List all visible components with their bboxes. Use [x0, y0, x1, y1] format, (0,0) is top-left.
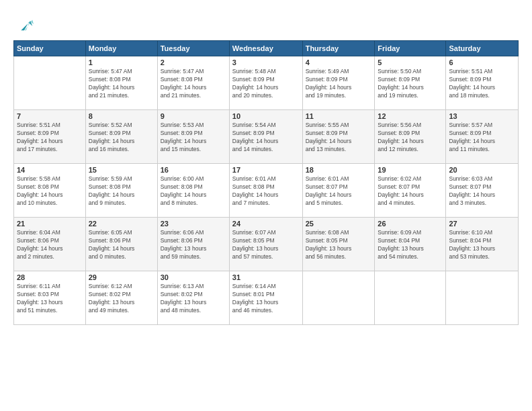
calendar-cell: 9Sunrise: 5:53 AM Sunset: 8:09 PM Daylig… [157, 110, 229, 164]
day-info: Sunrise: 6:09 AM Sunset: 8:04 PM Dayligh… [378, 229, 443, 261]
calendar-cell: 28Sunrise: 6:11 AM Sunset: 8:03 PM Dayli… [14, 271, 86, 325]
header [13, 12, 519, 34]
day-info: Sunrise: 5:47 AM Sunset: 8:08 PM Dayligh… [161, 68, 226, 100]
week-row-4: 21Sunrise: 6:04 AM Sunset: 8:06 PM Dayli… [14, 218, 519, 271]
day-info: Sunrise: 5:51 AM Sunset: 8:09 PM Dayligh… [449, 68, 515, 100]
day-info: Sunrise: 6:12 AM Sunset: 8:02 PM Dayligh… [89, 283, 154, 315]
day-number: 20 [449, 166, 515, 174]
day-info: Sunrise: 6:06 AM Sunset: 8:06 PM Dayligh… [161, 229, 226, 261]
day-number: 14 [17, 166, 83, 174]
day-info: Sunrise: 5:52 AM Sunset: 8:09 PM Dayligh… [89, 122, 154, 154]
calendar-cell [446, 271, 519, 325]
calendar-cell: 21Sunrise: 6:04 AM Sunset: 8:06 PM Dayli… [14, 218, 86, 271]
calendar-cell [14, 56, 86, 110]
day-info: Sunrise: 5:57 AM Sunset: 8:09 PM Dayligh… [449, 122, 515, 154]
day-info: Sunrise: 6:11 AM Sunset: 8:03 PM Dayligh… [17, 283, 83, 315]
calendar-cell: 27Sunrise: 6:10 AM Sunset: 8:04 PM Dayli… [446, 218, 519, 271]
day-number: 13 [449, 112, 515, 120]
calendar-cell: 10Sunrise: 5:54 AM Sunset: 8:09 PM Dayli… [229, 110, 302, 164]
calendar-cell: 3Sunrise: 5:48 AM Sunset: 8:09 PM Daylig… [229, 56, 302, 110]
day-info: Sunrise: 5:55 AM Sunset: 8:09 PM Dayligh… [306, 122, 372, 154]
day-number: 18 [306, 166, 372, 174]
day-info: Sunrise: 5:49 AM Sunset: 8:09 PM Dayligh… [306, 68, 372, 100]
day-header-wednesday: Wednesday [229, 41, 302, 56]
calendar-cell: 4Sunrise: 5:49 AM Sunset: 8:09 PM Daylig… [302, 56, 375, 110]
day-info: Sunrise: 6:07 AM Sunset: 8:05 PM Dayligh… [232, 229, 300, 261]
calendar-cell: 19Sunrise: 6:02 AM Sunset: 8:07 PM Dayli… [375, 164, 446, 218]
day-info: Sunrise: 6:08 AM Sunset: 8:05 PM Dayligh… [306, 229, 372, 261]
calendar-cell: 24Sunrise: 6:07 AM Sunset: 8:05 PM Dayli… [229, 218, 302, 271]
day-info: Sunrise: 5:58 AM Sunset: 8:08 PM Dayligh… [17, 175, 83, 208]
calendar-cell: 8Sunrise: 5:52 AM Sunset: 8:09 PM Daylig… [85, 110, 157, 164]
calendar-cell: 15Sunrise: 5:59 AM Sunset: 8:08 PM Dayli… [85, 164, 157, 218]
day-number: 8 [89, 112, 154, 120]
day-info: Sunrise: 5:54 AM Sunset: 8:09 PM Dayligh… [232, 122, 300, 154]
day-header-thursday: Thursday [302, 41, 375, 56]
week-row-2: 7Sunrise: 5:51 AM Sunset: 8:09 PM Daylig… [14, 110, 519, 164]
day-number: 5 [378, 58, 443, 66]
day-number: 15 [89, 166, 154, 174]
calendar-cell: 7Sunrise: 5:51 AM Sunset: 8:09 PM Daylig… [14, 110, 86, 164]
day-number: 16 [161, 166, 226, 174]
day-number: 17 [232, 166, 300, 174]
day-number: 11 [306, 112, 372, 120]
calendar-cell: 2Sunrise: 5:47 AM Sunset: 8:08 PM Daylig… [157, 56, 229, 110]
day-number: 10 [232, 112, 300, 120]
day-info: Sunrise: 6:04 AM Sunset: 8:06 PM Dayligh… [17, 229, 83, 261]
day-number: 23 [161, 220, 226, 228]
day-number: 25 [306, 220, 372, 228]
day-info: Sunrise: 6:02 AM Sunset: 8:07 PM Dayligh… [378, 175, 443, 208]
day-number: 24 [232, 220, 300, 228]
calendar-cell: 17Sunrise: 6:01 AM Sunset: 8:08 PM Dayli… [229, 164, 302, 218]
calendar-cell: 11Sunrise: 5:55 AM Sunset: 8:09 PM Dayli… [302, 110, 375, 164]
calendar-cell: 18Sunrise: 6:01 AM Sunset: 8:07 PM Dayli… [302, 164, 375, 218]
day-number: 1 [89, 58, 154, 66]
calendar-cell: 6Sunrise: 5:51 AM Sunset: 8:09 PM Daylig… [446, 56, 519, 110]
day-number: 19 [378, 166, 443, 174]
day-info: Sunrise: 5:51 AM Sunset: 8:09 PM Dayligh… [17, 122, 83, 154]
day-header-tuesday: Tuesday [157, 41, 229, 56]
calendar-cell: 31Sunrise: 6:14 AM Sunset: 8:01 PM Dayli… [229, 271, 302, 325]
week-row-3: 14Sunrise: 5:58 AM Sunset: 8:08 PM Dayli… [14, 164, 519, 218]
day-number: 27 [449, 220, 515, 228]
day-number: 12 [378, 112, 443, 120]
day-info: Sunrise: 5:56 AM Sunset: 8:09 PM Dayligh… [378, 122, 443, 154]
day-number: 2 [161, 58, 226, 66]
day-number: 9 [161, 112, 226, 120]
day-number: 7 [17, 112, 83, 120]
day-number: 29 [89, 273, 154, 281]
logo-icon [15, 15, 34, 34]
calendar-cell: 14Sunrise: 5:58 AM Sunset: 8:08 PM Dayli… [14, 164, 86, 218]
day-header-friday: Friday [375, 41, 446, 56]
calendar-cell: 20Sunrise: 6:03 AM Sunset: 8:07 PM Dayli… [446, 164, 519, 218]
calendar-cell: 13Sunrise: 5:57 AM Sunset: 8:09 PM Dayli… [446, 110, 519, 164]
day-header-saturday: Saturday [446, 41, 519, 56]
day-info: Sunrise: 6:01 AM Sunset: 8:08 PM Dayligh… [232, 175, 300, 208]
day-number: 6 [449, 58, 515, 66]
page-container: SundayMondayTuesdayWednesdayThursdayFrid… [0, 0, 532, 332]
header-row: SundayMondayTuesdayWednesdayThursdayFrid… [14, 41, 519, 56]
calendar-cell: 5Sunrise: 5:50 AM Sunset: 8:09 PM Daylig… [375, 56, 446, 110]
calendar-cell: 12Sunrise: 5:56 AM Sunset: 8:09 PM Dayli… [375, 110, 446, 164]
calendar-cell: 26Sunrise: 6:09 AM Sunset: 8:04 PM Dayli… [375, 218, 446, 271]
day-info: Sunrise: 6:00 AM Sunset: 8:08 PM Dayligh… [161, 175, 226, 208]
day-number: 26 [378, 220, 443, 228]
week-row-5: 28Sunrise: 6:11 AM Sunset: 8:03 PM Dayli… [14, 271, 519, 325]
day-info: Sunrise: 5:50 AM Sunset: 8:09 PM Dayligh… [378, 68, 443, 100]
day-header-sunday: Sunday [14, 41, 86, 56]
calendar-cell: 30Sunrise: 6:13 AM Sunset: 8:02 PM Dayli… [157, 271, 229, 325]
calendar-cell: 16Sunrise: 6:00 AM Sunset: 8:08 PM Dayli… [157, 164, 229, 218]
calendar-cell: 25Sunrise: 6:08 AM Sunset: 8:05 PM Dayli… [302, 218, 375, 271]
day-info: Sunrise: 6:01 AM Sunset: 8:07 PM Dayligh… [306, 175, 372, 208]
day-info: Sunrise: 5:48 AM Sunset: 8:09 PM Dayligh… [232, 68, 300, 100]
day-info: Sunrise: 6:03 AM Sunset: 8:07 PM Dayligh… [449, 175, 515, 208]
day-number: 22 [89, 220, 154, 228]
day-info: Sunrise: 6:10 AM Sunset: 8:04 PM Dayligh… [449, 229, 515, 261]
day-info: Sunrise: 6:14 AM Sunset: 8:01 PM Dayligh… [232, 283, 300, 315]
day-number: 3 [232, 58, 300, 66]
calendar-cell: 1Sunrise: 5:47 AM Sunset: 8:08 PM Daylig… [85, 56, 157, 110]
day-number: 31 [232, 273, 300, 281]
calendar-cell [375, 271, 446, 325]
calendar-cell [302, 271, 375, 325]
day-number: 28 [17, 273, 83, 281]
